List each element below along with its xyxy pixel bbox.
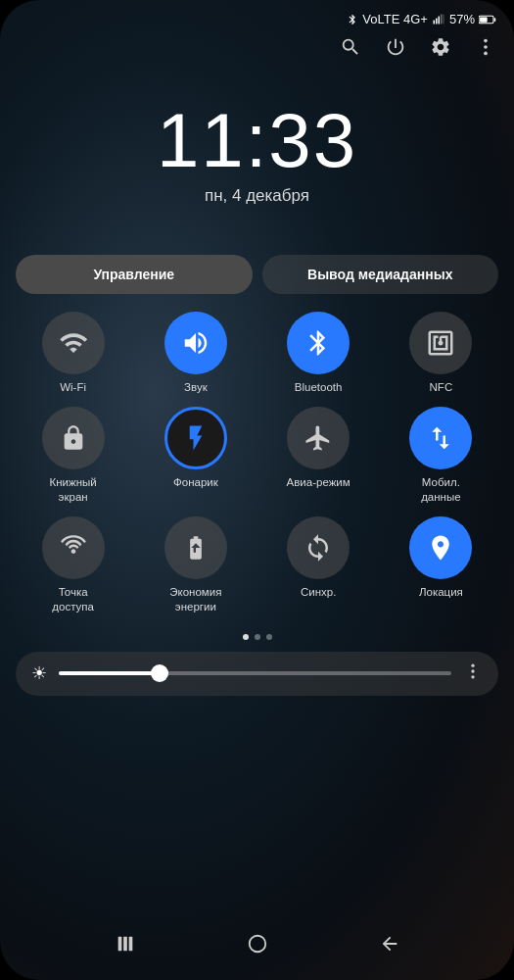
tile-icon-bluetooth xyxy=(287,312,350,374)
svg-rect-14 xyxy=(117,937,121,952)
svg-rect-1 xyxy=(436,18,438,24)
tile-reader[interactable]: Книжный экран xyxy=(16,407,130,505)
tile-sound[interactable]: Звук xyxy=(138,312,253,395)
nav-home-button[interactable] xyxy=(247,933,268,960)
tile-label-torch: Фонарик xyxy=(173,475,218,490)
svg-rect-4 xyxy=(443,14,444,24)
carrier-text: VoLTE 4G+ xyxy=(362,12,428,26)
status-bar: VoLTE 4G+ 57% xyxy=(0,0,514,32)
tile-icon-airplane xyxy=(287,407,350,469)
svg-point-13 xyxy=(471,675,474,678)
tile-icon-nfc xyxy=(409,312,472,374)
tile-label-mobile: Мобил. данные xyxy=(405,475,476,505)
brightness-icon: ☀ xyxy=(31,662,47,684)
battery-text: 57% xyxy=(449,12,475,26)
tile-icon-reader xyxy=(42,407,105,469)
pagination-dots xyxy=(16,634,498,640)
tile-label-battery-saver: Экономия энергии xyxy=(161,585,231,614)
tab-media[interactable]: Вывод медиаданных xyxy=(262,255,499,294)
tile-location[interactable]: Локация xyxy=(384,516,498,614)
brightness-more-button[interactable] xyxy=(463,662,483,686)
svg-rect-15 xyxy=(123,937,127,952)
nav-back-button[interactable] xyxy=(379,933,400,960)
tab-row: Управление Вывод медиаданных xyxy=(16,255,498,294)
tile-icon-sync xyxy=(287,516,350,579)
dot-3 xyxy=(266,634,272,640)
search-button[interactable] xyxy=(340,36,361,63)
clock-time: 11:33 xyxy=(157,102,357,178)
tile-label-reader: Книжный экран xyxy=(38,475,109,505)
tile-label-nfc: NFC xyxy=(430,380,453,395)
brightness-track[interactable] xyxy=(59,671,451,675)
brightness-row[interactable]: ☀ xyxy=(16,652,498,696)
tile-battery-saver[interactable]: Экономия энергии xyxy=(138,516,253,614)
svg-point-12 xyxy=(471,669,474,672)
svg-point-11 xyxy=(471,663,474,666)
tiles-grid: Wi-Fi Звук Bluetooth xyxy=(16,312,498,614)
svg-rect-6 xyxy=(494,18,496,22)
clock-section: 11:33 пн, 4 декабря xyxy=(0,73,514,255)
tile-label-location: Локация xyxy=(419,585,463,600)
tile-icon-hotspot xyxy=(42,516,105,579)
tile-icon-torch xyxy=(164,407,227,469)
tile-label-airplane: Авиа-режим xyxy=(287,475,350,490)
settings-button[interactable] xyxy=(430,36,451,63)
svg-rect-0 xyxy=(433,20,435,24)
tile-icon-battery-saver xyxy=(164,516,227,579)
svg-rect-2 xyxy=(438,16,440,24)
bluetooth-status-icon xyxy=(347,14,358,25)
tile-bluetooth[interactable]: Bluetooth xyxy=(261,312,376,395)
tile-icon-mobile xyxy=(409,407,472,469)
svg-rect-3 xyxy=(441,14,443,24)
phone-frame: VoLTE 4G+ 57% xyxy=(0,0,514,980)
svg-point-8 xyxy=(484,39,488,43)
tile-airplane[interactable]: Авиа-режим xyxy=(261,407,376,505)
tile-label-bluetooth: Bluetooth xyxy=(295,380,343,395)
status-icons: VoLTE 4G+ 57% xyxy=(347,12,496,26)
quick-panel: Управление Вывод медиаданных Wi-Fi xyxy=(0,255,514,917)
tile-nfc[interactable]: NFC xyxy=(384,312,498,395)
more-button[interactable] xyxy=(475,36,496,63)
dot-2 xyxy=(255,634,260,640)
power-button[interactable] xyxy=(385,36,406,63)
svg-point-17 xyxy=(249,936,265,953)
nav-recents-button[interactable] xyxy=(115,933,136,960)
clock-date: пн, 4 декабря xyxy=(205,186,309,206)
brightness-thumb xyxy=(151,664,168,682)
tile-icon-sound xyxy=(164,312,227,374)
svg-point-9 xyxy=(484,45,488,49)
tile-hotspot[interactable]: Точка доступа xyxy=(16,516,130,614)
svg-rect-16 xyxy=(128,937,132,952)
tile-mobile[interactable]: Мобил. данные xyxy=(384,407,498,505)
top-actions xyxy=(0,32,514,73)
dot-1 xyxy=(243,634,249,640)
tile-label-hotspot: Точка доступа xyxy=(38,585,109,614)
svg-point-10 xyxy=(484,52,488,56)
battery-icon xyxy=(479,14,496,25)
tile-label-sync: Синхр. xyxy=(301,585,336,600)
tile-wifi[interactable]: Wi-Fi xyxy=(16,312,130,395)
tab-manage[interactable]: Управление xyxy=(16,255,253,294)
nav-bar xyxy=(0,917,514,980)
tile-torch[interactable]: Фонарик xyxy=(138,407,253,505)
tile-label-wifi: Wi-Fi xyxy=(60,380,86,395)
tile-icon-wifi xyxy=(42,312,105,374)
tile-label-sound: Звук xyxy=(184,380,208,395)
svg-rect-7 xyxy=(480,17,488,22)
tile-sync[interactable]: Синхр. xyxy=(261,516,376,614)
signal-icon xyxy=(432,14,445,25)
tile-icon-location xyxy=(409,516,472,579)
